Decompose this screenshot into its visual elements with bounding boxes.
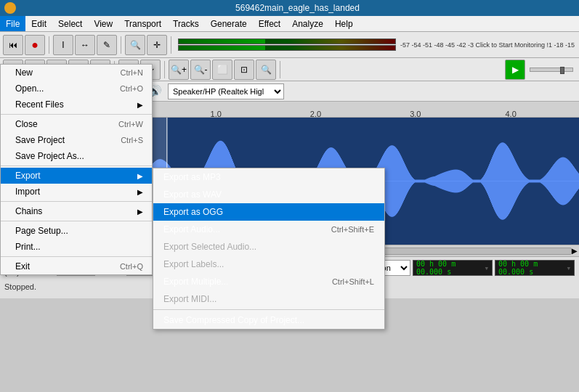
export-mp3-item[interactable]: Export as MP3 xyxy=(153,168,384,186)
export-selected-item: Export Selected Audio... xyxy=(153,238,384,256)
menu-transport[interactable]: Transport xyxy=(118,16,167,31)
play-button[interactable]: ▶ xyxy=(505,60,525,80)
export-wav-item[interactable]: Export as WAV xyxy=(153,186,384,203)
app-icon xyxy=(4,2,16,14)
file-close-item[interactable]: Close Ctrl+W xyxy=(1,116,152,132)
draw-tool-button[interactable]: ✎ xyxy=(97,35,117,55)
zoom-in-button[interactable]: 🔍 xyxy=(125,35,145,55)
zoom-sel-button[interactable]: ⊡ xyxy=(234,60,254,80)
file-new-item[interactable]: New Ctrl+N xyxy=(1,65,152,81)
select-tool-button[interactable]: I xyxy=(53,35,73,55)
menu-edit[interactable]: Edit xyxy=(25,16,52,31)
export-midi-item: Export MIDI... xyxy=(153,290,384,308)
export-audio-item[interactable]: Export Audio... Ctrl+Shift+E xyxy=(153,221,384,238)
zoom-in-button2[interactable]: 🔍+ xyxy=(169,60,189,80)
toolbar-separator-3 xyxy=(171,36,171,54)
file-menu-panel: New Ctrl+N Open... Ctrl+O Recent Files ▶… xyxy=(0,64,153,275)
menu-view[interactable]: View xyxy=(88,16,118,31)
menu-generate[interactable]: Generate xyxy=(205,16,253,31)
export-sep xyxy=(153,309,384,310)
title-bar: 569462main_eagle_has_landed xyxy=(0,0,579,16)
status-message: Stopped. xyxy=(4,282,36,291)
selection-end-display: 00 h 00 m 00.000 s ▾ xyxy=(495,260,575,276)
vu-meter-output xyxy=(178,45,396,51)
file-sep1 xyxy=(1,114,152,115)
scroll-right-button[interactable]: ▶ xyxy=(572,247,578,255)
file-sep4 xyxy=(1,221,152,221)
ruler-mark-3: 3.0 xyxy=(410,110,421,118)
export-labels-item: Export Labels... xyxy=(153,256,384,273)
ruler-mark-1: 1.0 xyxy=(211,110,222,118)
ruler-mark-2: 2.0 xyxy=(310,110,321,118)
export-multiple-item[interactable]: Export Multiple... Ctrl+Shift+L xyxy=(153,273,384,290)
file-import-item[interactable]: Import ▶ xyxy=(1,184,152,200)
file-sep5 xyxy=(1,256,152,257)
vu-meter-scale: -57 -54 -51 -48 -45 -42 -3 Click to Star… xyxy=(400,41,575,49)
zoom-fit-button[interactable]: ⬜ xyxy=(212,60,232,80)
output-device-select[interactable]: Speaker/HP (Realtek Higl xyxy=(168,83,284,99)
window-title: 569462main_eagle_has_landed xyxy=(20,3,575,13)
file-chains-item[interactable]: Chains ▶ xyxy=(1,203,152,219)
file-sep3 xyxy=(1,201,152,202)
menu-analyze[interactable]: Analyze xyxy=(286,16,329,31)
record-button[interactable]: ● xyxy=(25,35,45,55)
selection-start-value: 00 h 00 m 00.000 s xyxy=(416,260,482,276)
vu-meter-area xyxy=(178,38,396,51)
toolbar2-sep2 xyxy=(164,61,165,78)
save-compressed-item[interactable]: Save Compressed Copy of Project... xyxy=(153,311,384,329)
file-save-item[interactable]: Save Project Ctrl+S xyxy=(1,132,152,148)
zoom-out2-button[interactable]: 🔍 xyxy=(256,60,276,80)
envelope-tool-button[interactable]: ↔ xyxy=(75,35,95,55)
file-sep2 xyxy=(1,166,152,166)
export-ogg-item[interactable]: Export as OGG xyxy=(153,203,384,221)
toolbar-separator-2 xyxy=(121,36,121,54)
file-export-item[interactable]: Export ▶ Export as MP3 Export as WAV Exp… xyxy=(1,168,152,184)
file-open-item[interactable]: Open... Ctrl+O xyxy=(1,81,152,97)
toolbar-main: ⏮ ● I ↔ ✎ 🔍 ✛ -57 -54 -51 -48 -45 -42 -3… xyxy=(0,32,579,58)
selection-end-value: 00 h 00 m 00.000 s xyxy=(498,260,564,276)
toolbar2-sep3 xyxy=(280,61,280,78)
skip-to-start-button[interactable]: ⏮ xyxy=(3,35,23,55)
menu-file[interactable]: File xyxy=(0,16,25,31)
zoom-out-button[interactable]: 🔍- xyxy=(190,60,211,80)
sel-start-arrow[interactable]: ▾ xyxy=(484,264,489,273)
file-saveas-item[interactable]: Save Project As... xyxy=(1,148,152,164)
file-recent-item[interactable]: Recent Files ▶ xyxy=(1,97,152,113)
toolbar-separator-1 xyxy=(49,36,49,54)
ruler-mark-4: 4.0 xyxy=(506,110,517,118)
menu-help[interactable]: Help xyxy=(329,16,359,31)
selection-start-display: 00 h 00 m 00.000 s ▾ xyxy=(413,260,493,276)
file-print-item[interactable]: Print... xyxy=(1,239,152,255)
vu-meter-input xyxy=(178,38,396,44)
export-submenu: Export as MP3 Export as WAV Export as OG… xyxy=(153,168,385,330)
file-exit-item[interactable]: Exit Ctrl+Q xyxy=(1,258,152,274)
menu-select[interactable]: Select xyxy=(52,16,88,31)
file-pagesetup-item[interactable]: Page Setup... xyxy=(1,223,152,239)
sel-end-arrow[interactable]: ▾ xyxy=(566,264,571,273)
multi-tool-button[interactable]: ✛ xyxy=(147,35,167,55)
menu-tracks[interactable]: Tracks xyxy=(167,16,205,31)
menu-bar: File Edit Select View Transport Tracks G… xyxy=(0,16,579,32)
volume-slider[interactable] xyxy=(530,68,573,72)
menu-effect[interactable]: Effect xyxy=(253,16,286,31)
